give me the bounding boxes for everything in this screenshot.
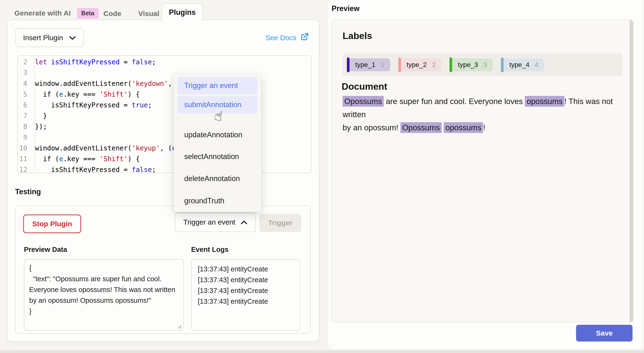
line-number: 8 — [18, 123, 31, 130]
code-line[interactable]: 2let isShiftKeyPressed = false; — [18, 57, 311, 68]
event-select-button[interactable]: Trigger an event — [175, 212, 256, 232]
code-line[interactable]: 7 } — [18, 110, 311, 121]
code-text: window.addEventListener('keyup', (e — [31, 144, 176, 152]
event-log-entry: [13:37:43] entityCreate — [198, 264, 294, 274]
event-log-entry: [13:37:43] entityCreate — [198, 274, 294, 285]
code-text: isShiftKeyPressed = false; — [31, 166, 156, 173]
insert-plugin-button[interactable]: Insert Plugin — [15, 28, 84, 47]
label-color-bar — [501, 58, 504, 72]
label-color-bar — [450, 58, 452, 72]
label-name: type_3 — [458, 61, 478, 69]
trigger-event-menu: Trigger an eventsubmitAnnotationupdateAn… — [174, 74, 261, 212]
preview-data-label: Preview Data — [24, 246, 67, 254]
document-text[interactable]: Opossums are super fun and cool. Everyon… — [342, 95, 627, 134]
label-hotkey: 3 — [483, 61, 487, 69]
code-text: isShiftKeyPressed = true; — [31, 101, 152, 109]
stop-plugin-button[interactable]: Stop Plugin — [23, 214, 81, 233]
preview-panel: Preview Labels type_11type_22type_33type… — [328, 0, 643, 349]
label-hotkey: 2 — [432, 61, 436, 69]
label-chip-type_4[interactable]: type_44 — [501, 58, 544, 72]
annotation-highlight[interactable]: opossums — [444, 122, 483, 133]
beta-badge: Beta — [77, 8, 98, 19]
line-number: 12 — [18, 166, 31, 173]
plugin-editor-card: Insert Plugin See Docs 2let isShiftKeyPr… — [7, 20, 319, 342]
testing-card: Stop Plugin Trigger an event Trigger Pre… — [15, 206, 311, 334]
code-text: window.addEventListener('keydown', — [31, 80, 176, 88]
tab-generate-with-ai[interactable]: Generate with AI Beta — [14, 7, 98, 19]
plugin-code-editor[interactable]: 2let isShiftKeyPressed = false;34window.… — [17, 55, 312, 173]
line-number: 5 — [18, 90, 31, 98]
annotation-highlight[interactable]: Opossums — [342, 96, 384, 107]
label-chip-body: type_44 — [504, 58, 544, 71]
see-docs-label: See Docs — [265, 34, 296, 42]
menu-item-deleteannotation[interactable]: deleteAnnotation — [178, 170, 258, 187]
resize-handle-icon[interactable] — [176, 324, 182, 330]
preview-data-textarea[interactable] — [24, 259, 184, 331]
menu-item-updateannotation[interactable]: updateAnnotation — [178, 126, 258, 144]
code-line[interactable]: 5 if (e.key === 'Shift') { — [18, 89, 311, 100]
label-chip-body: type_22 — [401, 58, 442, 71]
document-text-segment — [442, 123, 444, 132]
menu-item-selectannotation[interactable]: selectAnnotation — [178, 148, 258, 165]
line-number: 7 — [18, 112, 31, 120]
line-number: 6 — [18, 101, 31, 109]
code-line[interactable]: 11 if (e.key === 'Shift') { — [18, 154, 311, 164]
label-hotkey: 1 — [380, 61, 384, 69]
external-link-icon — [300, 32, 309, 43]
annotation-highlight[interactable]: opossums — [525, 96, 564, 107]
tab-visual[interactable]: Visual — [138, 10, 159, 18]
label-name: type_2 — [407, 61, 427, 69]
tab-generate-label: Generate with AI — [14, 9, 71, 17]
document-heading: Document — [342, 81, 387, 92]
code-text: let isShiftKeyPressed = false; — [31, 58, 156, 66]
code-text: if (e.key === 'Shift') { — [31, 155, 140, 163]
preview-scrollbar[interactable] — [630, 20, 633, 322]
code-line[interactable]: 12 isShiftKeyPressed = false; — [18, 164, 311, 173]
code-line[interactable]: 6 isShiftKeyPressed = true; — [18, 100, 311, 110]
save-button[interactable]: Save — [576, 325, 632, 342]
code-text: if (e.key === 'Shift') { — [31, 90, 140, 98]
event-logs-label: Event Logs — [191, 246, 228, 254]
document-text-segment: by an opossum! — [342, 123, 400, 132]
label-chip-type_3[interactable]: type_33 — [450, 58, 493, 72]
preview-heading: Preview — [332, 4, 360, 13]
preview-card: Labels type_11type_22type_33type_44 Docu… — [332, 20, 634, 322]
tab-code[interactable]: Code — [103, 10, 121, 18]
trigger-button-disabled[interactable]: Trigger — [259, 214, 301, 232]
code-line[interactable]: 9 — [18, 132, 311, 143]
label-chip-body: type_11 — [350, 58, 390, 71]
event-logs-box[interactable]: [13:37:43] entityCreate[13:37:43] entity… — [191, 259, 300, 331]
menu-item-groundtruth[interactable]: groundTruth — [178, 192, 258, 210]
code-line[interactable]: 3 — [18, 68, 311, 78]
tab-plugins-active[interactable]: Plugins — [162, 3, 203, 21]
labels-heading: Labels — [342, 30, 372, 41]
code-line[interactable]: 4window.addEventListener('keydown', — [18, 78, 311, 89]
plugin-editor-page: Generate with AI Beta Code Visual Plugin… — [0, 0, 644, 353]
code-lines: 2let isShiftKeyPressed = false;34window.… — [18, 57, 311, 173]
label-chip-type_1[interactable]: type_11 — [347, 58, 390, 72]
line-number: 2 — [18, 58, 31, 66]
code-line[interactable]: 10window.addEventListener('keyup', (e — [18, 143, 311, 154]
insert-plugin-label: Insert Plugin — [23, 34, 63, 42]
chevron-up-icon — [241, 218, 247, 226]
menu-item-trigger-an-event[interactable]: Trigger an event — [178, 77, 258, 94]
code-text: } — [31, 112, 47, 120]
event-log-entry: [13:37:43] entityCreate — [198, 285, 294, 296]
line-number: 3 — [18, 69, 31, 77]
line-number: 11 — [18, 155, 31, 163]
event-select-value: Trigger an event — [183, 218, 235, 226]
label-name: type_1 — [355, 61, 375, 69]
annotation-highlight[interactable]: Opossums — [400, 122, 442, 133]
label-hotkey: 4 — [535, 61, 538, 69]
document-text-segment: ! — [483, 123, 485, 132]
label-color-bar — [347, 58, 350, 72]
code-line[interactable]: 8}); — [18, 121, 311, 132]
line-number: 10 — [18, 144, 31, 152]
testing-heading: Testing — [15, 188, 41, 196]
see-docs-link[interactable]: See Docs — [265, 32, 309, 43]
label-chip-type_2[interactable]: type_22 — [398, 58, 442, 72]
gutter-divider — [34, 56, 35, 173]
labels-strip: type_11type_22type_33type_44 — [342, 54, 622, 76]
chevron-down-icon — [69, 34, 76, 42]
label-chip-body: type_33 — [452, 58, 493, 71]
